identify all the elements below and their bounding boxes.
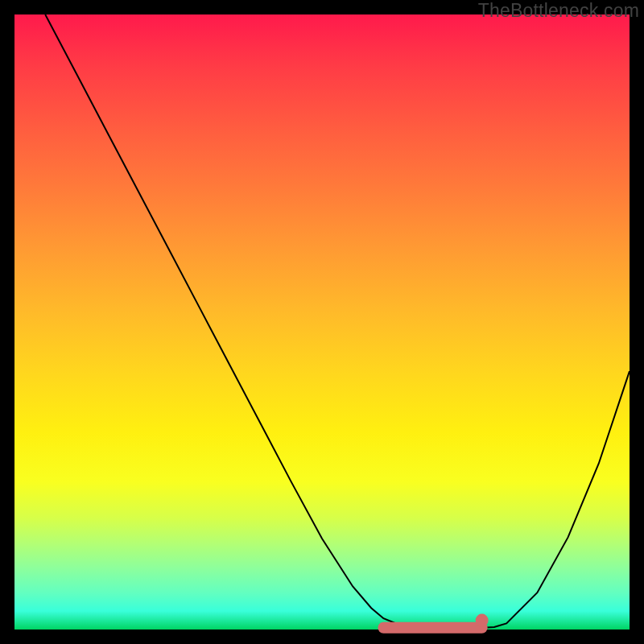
bottleneck-curve: [45, 14, 630, 629]
watermark-text: TheBottleneck.com: [478, 0, 639, 22]
plateau-end-dot: [476, 614, 489, 627]
chart-svg: [14, 14, 630, 630]
chart-frame: TheBottleneck.com: [0, 0, 644, 644]
